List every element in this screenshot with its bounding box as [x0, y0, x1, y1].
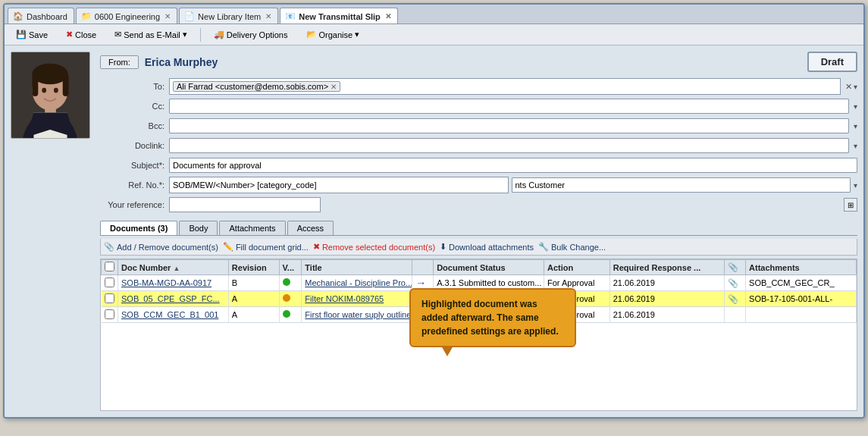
row-v-status: [279, 291, 302, 307]
row-revision: A: [228, 291, 279, 307]
tab-library[interactable]: 📄 New Library Item ✕: [179, 8, 278, 24]
organise-icon: 📂: [306, 30, 317, 39]
delivery-icon: 🚚: [214, 30, 224, 39]
bulk-icon: 🔧: [538, 242, 549, 252]
to-input[interactable]: Ali Farrad <customer@demo.sobis.com> ✕: [169, 78, 841, 95]
to-clear-button[interactable]: ✕: [845, 82, 852, 92]
doclink-row: Doclink: ▾: [100, 137, 857, 154]
row-doc-number[interactable]: SOB-MA-MGD-AA-0917: [118, 275, 229, 291]
add-document-button[interactable]: 📎 Add / Remove document(s): [104, 242, 218, 252]
row-req-response: 21.06.2019: [609, 307, 724, 323]
col-clip: 📎: [725, 260, 746, 275]
row-attachments: SOB-17-105-001-ALL-: [746, 291, 857, 307]
close-label: Close: [75, 30, 96, 39]
row-revision: B: [228, 275, 279, 291]
download-attachments-button[interactable]: ⬇ Download attachments: [440, 242, 534, 252]
refno-select[interactable]: SOB/MEW/<Number> [category_code]: [169, 177, 509, 193]
row-doc-number[interactable]: SOB_CCM_GEC_B1_001: [118, 307, 229, 323]
tab-transmittal[interactable]: 📧 New Transmittal Slip ✕: [280, 8, 398, 24]
col-title: Title: [302, 260, 412, 275]
row-checkbox[interactable]: [105, 309, 114, 319]
close-icon: ✖: [66, 30, 73, 39]
remove-doc-label: Remove selected document(s): [322, 243, 435, 252]
row-req-response: 21.06.2019: [609, 291, 724, 307]
doclink-input[interactable]: [169, 138, 849, 153]
cc-dropdown-icon[interactable]: ▾: [854, 102, 857, 111]
bcc-field-label: Bcc:: [100, 121, 165, 130]
tooltip-arrow: [441, 346, 453, 356]
bcc-dropdown-icon[interactable]: ▾: [854, 122, 857, 130]
tab-library-close[interactable]: ✕: [265, 12, 271, 20]
draft-label: Draft: [821, 56, 844, 67]
cc-field-label: Cc:: [100, 102, 165, 111]
row-title[interactable]: Filter NOKIM-089765: [302, 291, 412, 307]
sub-tab-body[interactable]: Body: [179, 221, 218, 235]
bulk-change-button[interactable]: 🔧 Bulk Change...: [538, 242, 606, 252]
svg-point-7: [42, 88, 46, 93]
remove-doc-icon: ✖: [313, 242, 320, 252]
your-ref-action-button[interactable]: ⊞: [844, 198, 857, 212]
cc-row: Cc: ▾: [100, 98, 857, 114]
tab-engineering-label: 0600 Engineering: [95, 12, 160, 21]
tab-transmittal-close[interactable]: ✕: [385, 12, 391, 20]
to-row: To: Ali Farrad <customer@demo.sobis.com>…: [100, 78, 857, 95]
refno-second-dropdown[interactable]: ▾: [854, 181, 857, 190]
to-tag-remove[interactable]: ✕: [331, 83, 337, 91]
remove-doc-button[interactable]: ✖ Remove selected document(s): [313, 242, 435, 252]
row-checkbox-cell: [102, 291, 118, 307]
svg-rect-5: [32, 74, 38, 96]
row-title[interactable]: First floor water suply outline: [302, 307, 412, 323]
row-clip-cell: 📎: [725, 291, 746, 307]
email-icon: ✉: [114, 30, 121, 39]
add-doc-label: Add / Remove document(s): [117, 243, 218, 252]
to-dropdown-icon[interactable]: ▾: [854, 83, 857, 91]
doclink-dropdown-icon[interactable]: ▾: [854, 142, 857, 150]
sub-tab-access[interactable]: Access: [287, 221, 334, 235]
refno-second-input[interactable]: [512, 177, 851, 193]
organise-dropdown-arrow: ▾: [355, 30, 359, 39]
row-checkbox-cell: [102, 275, 118, 291]
sub-tab-access-label: Access: [297, 224, 324, 233]
col-req-response: Required Response ...: [609, 260, 724, 275]
your-ref-row: Your reference: ⊞: [100, 196, 857, 213]
subject-input[interactable]: [169, 158, 857, 173]
row-checkbox[interactable]: [105, 293, 114, 303]
tab-dashboard[interactable]: 🏠 Dashboard: [8, 8, 74, 24]
sub-tab-documents[interactable]: Documents (3): [100, 221, 177, 235]
save-button[interactable]: 💾 Save: [11, 27, 53, 42]
doc-toolbar: 📎 Add / Remove document(s) ✏️ Fill docum…: [100, 239, 857, 256]
draft-button[interactable]: Draft: [807, 52, 857, 72]
tab-library-label: New Library Item: [198, 12, 261, 21]
fill-grid-button[interactable]: ✏️ Fill document grid...: [223, 242, 309, 252]
row-checkbox[interactable]: [105, 278, 114, 287]
col-attachments: Attachments: [746, 260, 857, 275]
select-all-checkbox[interactable]: [105, 262, 114, 271]
col-revision: Revision: [228, 260, 279, 275]
email-button[interactable]: ✉ Send as E-Mail ▾: [109, 27, 193, 42]
refno-row: Ref. No.*: SOB/MEW/<Number> [category_co…: [100, 177, 857, 193]
your-ref-input[interactable]: [169, 197, 321, 212]
your-ref-label: Your reference:: [100, 200, 165, 209]
row-title[interactable]: Mechanical - Discipline Pro...: [302, 275, 412, 291]
from-button[interactable]: From:: [100, 55, 139, 69]
bcc-row: Bcc: ▾: [100, 118, 857, 134]
col-action: Action: [544, 260, 609, 275]
close-button[interactable]: ✖ Close: [61, 27, 102, 42]
to-tag: Ali Farrad <customer@demo.sobis.com> ✕: [173, 81, 340, 92]
tab-engineering[interactable]: 📁 0600 Engineering ✕: [76, 8, 177, 24]
row-doc-number[interactable]: SOB_05_CPE_GSP_FC...: [118, 291, 229, 307]
form-header: From: Erica Murphey Draft: [100, 52, 857, 72]
bcc-input[interactable]: [169, 118, 849, 133]
cc-input[interactable]: [169, 99, 849, 114]
download-icon: ⬇: [440, 242, 447, 252]
sub-tab-attachments[interactable]: Attachments: [219, 221, 285, 235]
row-v-status: [279, 307, 302, 323]
svg-point-8: [54, 88, 58, 93]
toolbar: 💾 Save ✖ Close ✉ Send as E-Mail ▾ 🚚 Deli…: [5, 24, 863, 45]
dashboard-icon: 🏠: [13, 11, 24, 21]
download-label: Download attachments: [449, 243, 534, 252]
delivery-button[interactable]: 🚚 Delivery Options: [208, 27, 293, 42]
organise-button[interactable]: 📂 Organise ▾: [301, 27, 365, 42]
tab-engineering-close[interactable]: ✕: [165, 12, 171, 20]
fill-grid-label: Fill document grid...: [236, 243, 309, 252]
